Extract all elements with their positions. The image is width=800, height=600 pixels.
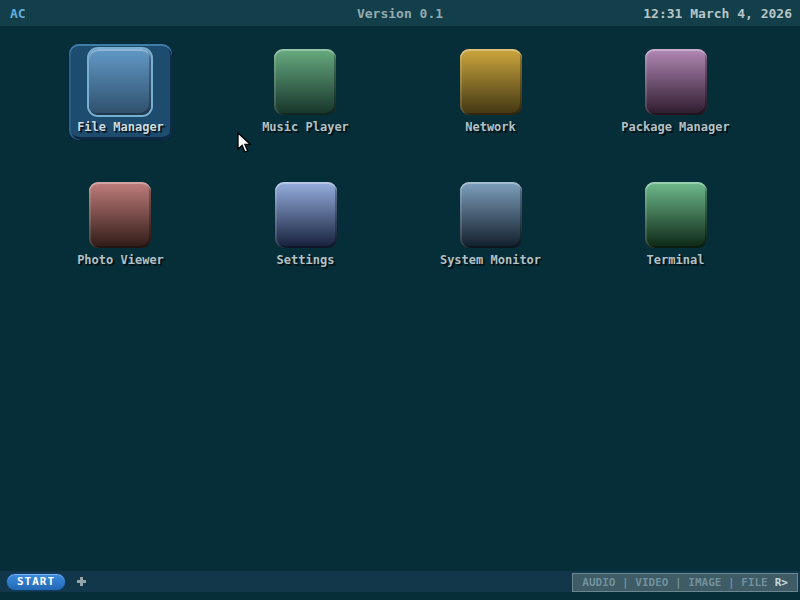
app-icon-tile [460, 182, 522, 248]
app-icon-tile [645, 182, 707, 248]
app-icon-tile [645, 49, 707, 115]
selection-highlight: Settings [267, 177, 345, 273]
app-icon-label: Network [465, 120, 516, 134]
media-ticker[interactable]: AUDIO | VIDEO | IMAGE | FILER> [572, 573, 798, 592]
clock-date: 12:31 March 4, 2026 [643, 6, 792, 21]
media-ticker-text: AUDIO | VIDEO | IMAGE | FILE [582, 576, 767, 589]
desktop-icon-system-monitor[interactable]: System Monitor [398, 177, 583, 310]
desktop-icon-file-manager[interactable]: File Manager [28, 44, 213, 177]
desktop-icon-settings[interactable]: Settings [213, 177, 398, 310]
media-ticker-highlight: R> [775, 576, 788, 589]
selection-highlight: Package Manager [613, 44, 737, 140]
app-icon-tile [89, 49, 151, 115]
app-icon-tile [89, 182, 151, 248]
selection-highlight: File Manager [69, 44, 172, 140]
app-icon-label: Music Player [262, 120, 349, 134]
selection-highlight: Terminal [637, 177, 715, 273]
app-icon-tile [460, 49, 522, 115]
desktop-icon-network[interactable]: Network [398, 44, 583, 177]
app-icon-tile [274, 49, 336, 115]
selection-highlight: Photo Viewer [69, 177, 172, 273]
app-icon-label: Settings [277, 253, 335, 267]
top-bar: AC Version 0.1 12:31 March 4, 2026 [0, 0, 800, 26]
app-icon-label: System Monitor [440, 253, 541, 267]
desktop-icon-terminal[interactable]: Terminal [583, 177, 768, 310]
app-icon-label: Package Manager [621, 120, 729, 134]
app-icon-label: Terminal [647, 253, 705, 267]
app-icon-tile [275, 182, 337, 248]
desktop-icon-photo-viewer[interactable]: Photo Viewer [28, 177, 213, 310]
desktop-icon-music-player[interactable]: Music Player [213, 44, 398, 177]
plus-diamond-icon[interactable] [77, 577, 87, 587]
selection-highlight: Network [452, 44, 530, 140]
desktop-icon-grid: File Manager Music Player Network Packag… [28, 44, 768, 310]
selection-highlight: System Monitor [432, 177, 549, 273]
task-bar: START AUDIO | VIDEO | IMAGE | FILER> [0, 571, 800, 592]
start-button[interactable]: START [6, 573, 66, 591]
app-icon-label: Photo Viewer [77, 253, 164, 267]
desktop-icon-package-manager[interactable]: Package Manager [583, 44, 768, 177]
selection-highlight: Music Player [254, 44, 357, 140]
app-icon-label: File Manager [77, 120, 164, 134]
